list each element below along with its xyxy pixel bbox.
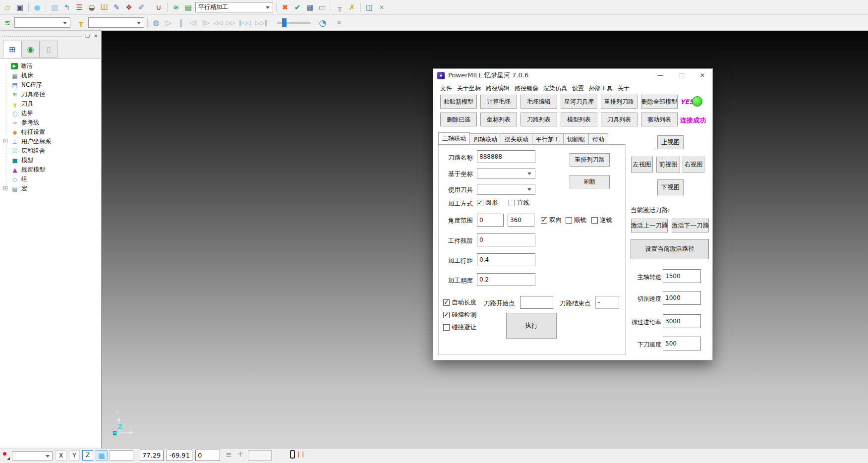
stepover-input[interactable] (477, 253, 535, 266)
step-back-button[interactable]: ◁‖ (188, 17, 199, 28)
spindle-speed-input[interactable] (663, 269, 701, 283)
delete-selected-button[interactable]: 删除已选 (440, 113, 477, 126)
simulation-speed-slider[interactable] (277, 18, 311, 28)
climb-checkbox[interactable]: 顺铣 (566, 216, 586, 225)
line-checkbox-box[interactable] (509, 200, 515, 206)
expander-icon[interactable]: + (3, 139, 7, 143)
coord-base-combobox[interactable] (477, 168, 535, 179)
toolpath-name-input[interactable] (477, 150, 535, 163)
save-project-icon[interactable]: ▣ (14, 2, 25, 13)
pattern-icon[interactable]: ✎ (111, 2, 122, 13)
tree-item-workplanes[interactable]: +⊥用户坐标系 (0, 137, 101, 146)
clipboard-pause-icon[interactable]: ❘❘ (290, 450, 301, 460)
toolbar-close-icon[interactable]: ✕ (376, 2, 387, 13)
menu-file[interactable]: 文件 (440, 83, 452, 94)
sim-toolpath-combobox[interactable] (14, 17, 70, 28)
line-checkbox[interactable]: 直线 (509, 199, 529, 207)
levels-icon[interactable]: ☰ (74, 2, 85, 13)
workplane-icon[interactable]: ✐ (136, 2, 147, 13)
axis-z-button[interactable]: Z (82, 450, 93, 461)
play-button[interactable]: ▷ (163, 17, 174, 28)
cursor-z-input[interactable] (195, 450, 220, 461)
step-forward-button[interactable]: ‖▷ (200, 17, 211, 28)
block-icon[interactable]: ▧ (49, 2, 60, 13)
activate-next-toolpath-button[interactable]: 激活下一刀路 (672, 219, 709, 232)
go-to-start-button[interactable]: ‖◁◁ (237, 17, 252, 28)
tool-library-button[interactable]: 星河刀具库 (561, 95, 597, 109)
tree-item-patterns[interactable]: ≈参考线 (0, 118, 101, 127)
sim-close-icon[interactable]: ✕ (334, 17, 345, 28)
menu-settings[interactable]: 设置 (572, 83, 584, 94)
feed-rate-icon[interactable]: ↰ (61, 2, 72, 13)
nc-cylinders-icon[interactable]: ◫ (364, 2, 375, 13)
use-tool-combobox[interactable] (477, 184, 535, 195)
tool-icon[interactable]: ◒ (86, 2, 97, 13)
explorer-grip[interactable]: ❏ ✕ (0, 32, 101, 40)
angle-end-input[interactable] (508, 214, 534, 227)
rearrange-toolpaths-button[interactable]: 重排列刀路 (601, 95, 637, 109)
menu-path-edit[interactable]: 路径编辑 (486, 83, 510, 94)
view-right-button[interactable]: 右视图 (683, 157, 704, 173)
xyz-list-icon[interactable]: ≡ (226, 450, 232, 459)
axis-y-button[interactable]: Y (69, 450, 80, 461)
climb-checkbox-box[interactable] (566, 217, 572, 224)
tab-help[interactable]: 帮助 (589, 133, 608, 144)
tool-list-button[interactable]: 刀具列表 (601, 113, 637, 126)
tab-parallel[interactable]: 平行加工 (532, 133, 564, 144)
strategy-combobox[interactable]: 平行精加工 (195, 2, 273, 12)
collision-avoid-checkbox[interactable]: 碰撞避让 (443, 323, 476, 332)
axis-x-button[interactable]: X (56, 450, 66, 461)
start-point-input[interactable] (520, 296, 553, 309)
circular-checkbox[interactable]: 圆形 (477, 199, 498, 207)
go-to-end-button[interactable]: ▷▷‖ (254, 17, 269, 28)
skim-feed-input[interactable] (663, 314, 701, 328)
panel-close-icon[interactable]: ✕ (93, 33, 99, 39)
drive-list-button[interactable]: 驱动列表 (641, 113, 678, 126)
clock-icon[interactable]: ◔ (317, 17, 328, 28)
expander-icon[interactable]: + (3, 186, 7, 190)
rearrange-button[interactable]: 重排列刀路 (570, 153, 610, 167)
open-project-icon[interactable]: ▱ (2, 2, 13, 13)
tree-item-tools[interactable]: ╥刀具 (0, 99, 101, 109)
bidirectional-checkbox-box[interactable] (541, 217, 547, 224)
auto-length-checkbox[interactable]: 自动长度 (443, 298, 476, 307)
tolerance-status-input[interactable] (248, 450, 272, 461)
view-bottom-button[interactable]: 下视图 (657, 179, 684, 195)
toolpath-list-button[interactable]: 刀路列表 (521, 113, 557, 126)
toolpath-list-icon[interactable]: ▤ (183, 2, 194, 13)
cursor-x-input[interactable] (140, 450, 164, 461)
panel-restore-icon[interactable]: ❏ (84, 33, 91, 39)
conventional-checkbox-box[interactable] (591, 217, 598, 224)
delete-all-models-button[interactable]: 删除全部模型 (641, 95, 678, 109)
auto-length-checkbox-box[interactable] (443, 299, 450, 306)
boundary-icon[interactable]: Ш (99, 2, 110, 13)
tree-item-toolpaths[interactable]: ≋刀具路径 (0, 90, 101, 99)
menu-render-sim[interactable]: 渲染仿真 (543, 83, 567, 94)
sim-toolpath-icon[interactable]: ≋ (2, 17, 13, 28)
slider-handle[interactable] (282, 18, 287, 27)
cutting-speed-input[interactable] (663, 291, 701, 305)
block-edit-button[interactable]: 毛坯编辑 (521, 95, 557, 109)
activate-prev-toolpath-button[interactable]: 激活上一刀路 (631, 219, 668, 232)
fast-forward-button[interactable]: ▷▷ (225, 17, 236, 28)
tree-item-macros[interactable]: +▤宏 (0, 184, 101, 193)
tree-item-boundaries[interactable]: ○边界 (0, 109, 101, 118)
close-button[interactable]: ✕ (697, 71, 708, 80)
collision-avoid-checkbox-box[interactable] (443, 324, 450, 331)
circular-checkbox-box[interactable] (477, 200, 483, 206)
plunge-speed-input[interactable] (663, 337, 701, 350)
coord-list-button[interactable]: 坐标列表 (480, 113, 517, 126)
model-list-button[interactable]: 模型列表 (561, 113, 597, 126)
end-point-input[interactable] (595, 296, 619, 309)
tree-item-stock-models[interactable]: ▲残留模型 (0, 165, 101, 174)
view-front-button[interactable]: 前视图 (656, 157, 680, 173)
tree-item-levels-sets[interactable]: ☰层和组合 (0, 146, 101, 156)
paste-new-model-button[interactable]: 粘贴新模型 (440, 95, 477, 109)
sim-tool-combobox[interactable] (88, 17, 144, 28)
explorer-tab-globe[interactable]: ◉ (21, 41, 40, 58)
menu-external-tools[interactable]: 外部工具 (589, 83, 613, 94)
dialog-titlebar[interactable]: ★ PowerMILL 忆梦星河 7.0.6 (433, 69, 712, 82)
tab-3axis[interactable]: 三轴联动 (438, 132, 470, 144)
tool-holder-icon[interactable]: ∪ (153, 2, 164, 13)
tree-item-nc-programs[interactable]: ▤NC程序 (0, 80, 101, 90)
